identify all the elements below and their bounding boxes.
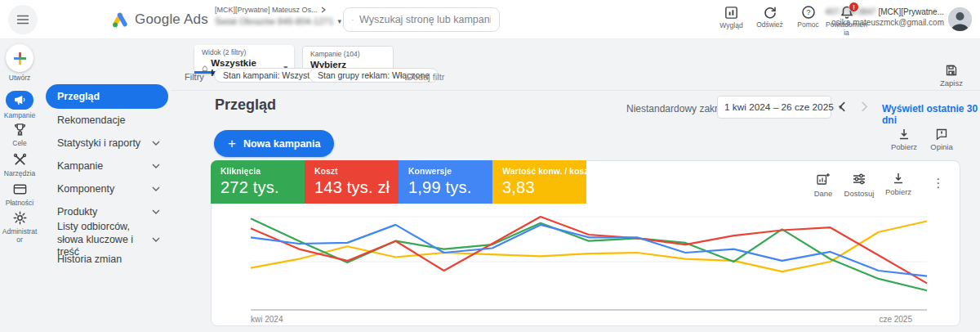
- search-icon: [352, 14, 354, 26]
- account-context-line1: [MCK][Prywatne] Mateusz Os...: [215, 6, 318, 14]
- overview-chart-card: Kliknięcia 272 tys. Koszt 143 tys. zł Ko…: [211, 160, 960, 326]
- feedback-button[interactable]: Opinia: [924, 128, 960, 151]
- new-campaign-button[interactable]: + Nowa kampania: [214, 130, 334, 157]
- svg-text:?: ?: [806, 8, 810, 16]
- account-context-line2: Świat Obrazów 849-804-1271: [215, 16, 334, 26]
- appearance-button[interactable]: Wygląd: [712, 5, 751, 38]
- scorecard-clicks[interactable]: Kliknięcia 272 tys.: [211, 160, 305, 204]
- page-title: Przegląd: [215, 96, 276, 114]
- chevron-right-icon: [321, 7, 326, 13]
- hamburger-icon: [16, 12, 30, 27]
- page-download-button[interactable]: Pobierz: [886, 128, 922, 151]
- floppy-save-icon: [945, 64, 958, 77]
- google-ads-app: Google Ads [MCK][Prywatne] Mateusz Os...…: [0, 0, 980, 332]
- download-icon: [892, 172, 905, 185]
- help-icon: ?: [801, 5, 816, 20]
- x-axis-label-start: kwi 2024: [251, 315, 283, 324]
- chart-canvas: [244, 212, 933, 313]
- global-search[interactable]: [343, 7, 500, 32]
- data-chart-plus-icon: [816, 172, 831, 186]
- help-button[interactable]: ? Pomoc: [789, 5, 827, 38]
- user-account-id: 407-778-3847: [825, 7, 875, 16]
- appearance-chart-icon: [724, 5, 739, 20]
- chart-adjust-button[interactable]: Dostosuj: [840, 172, 878, 198]
- filters-label: Filtry: [185, 72, 204, 82]
- main-menu-button[interactable]: [8, 5, 38, 34]
- chart-line-Konwersje: [251, 225, 927, 276]
- view-selector-label: Widok (2 filtry): [202, 48, 294, 56]
- main-content: Widok (2 filtry) ⌂ Wszystkie kampanie ▾ …: [0, 39, 980, 332]
- show-last-30-days-link[interactable]: Wyświetl ostatnie 30 dni: [882, 103, 980, 126]
- download-icon: [898, 128, 911, 141]
- chart-line-Wartość konw. / koszt: [251, 222, 927, 272]
- previous-period-button[interactable]: [839, 101, 846, 112]
- caret-down-icon: ▾: [338, 17, 342, 25]
- section-divider: [172, 90, 980, 91]
- scorecard-cost[interactable]: Koszt 143 tys. zł: [305, 160, 399, 204]
- feedback-bubble-icon: [935, 128, 948, 141]
- scorecards: Kliknięcia 272 tys. Koszt 143 tys. zł Ko…: [211, 160, 586, 204]
- chart-data-button[interactable]: Dane: [804, 172, 842, 198]
- x-axis-label-end: cze 2025: [879, 315, 912, 324]
- refresh-icon: [763, 5, 777, 20]
- google-ads-logo-icon: [111, 11, 129, 29]
- account-switcher[interactable]: [MCK][Prywatne] Mateusz Os... Świat Obra…: [215, 6, 341, 26]
- refresh-button[interactable]: Odśwież: [751, 5, 789, 38]
- add-filter-button[interactable]: Dodaj filtr: [407, 72, 444, 82]
- next-period-button[interactable]: [861, 101, 868, 112]
- google-ads-logo[interactable]: Google Ads: [111, 11, 208, 29]
- save-button[interactable]: Zapisz: [933, 64, 969, 87]
- user-photo-icon: [948, 7, 972, 31]
- sliders-icon: [852, 172, 866, 186]
- kebab-menu-icon[interactable]: ⋮: [932, 176, 945, 191]
- avatar[interactable]: [948, 7, 972, 31]
- chart-download-button[interactable]: Pobierz: [880, 172, 917, 196]
- time-series-chart[interactable]: [244, 212, 933, 313]
- scorecard-conv-value-per-cost[interactable]: Wartość konw. / koszt 3,83: [492, 160, 586, 204]
- product-name: Google Ads: [135, 11, 208, 28]
- scorecard-conversions[interactable]: Konwersje 1,99 tys.: [399, 160, 492, 204]
- chart-line-Koszt: [251, 217, 927, 283]
- search-input[interactable]: [359, 14, 491, 25]
- plus-icon: +: [228, 137, 236, 150]
- user-email: osika.mateuszmck@gmail.com: [825, 18, 944, 27]
- campaign-selector-label: Kampanie (104): [310, 50, 393, 58]
- date-range-value: 1 kwi 2024 – 26 cze 2025: [724, 101, 834, 113]
- date-range-selector[interactable]: 1 kwi 2024 – 26 cze 2025 ▾: [717, 96, 831, 119]
- topbar: Google Ads [MCK][Prywatne] Mateusz Os...…: [0, 0, 980, 39]
- user-account-info[interactable]: 407-778-3847 [MCK][Prywatne... osika.mat…: [825, 7, 944, 27]
